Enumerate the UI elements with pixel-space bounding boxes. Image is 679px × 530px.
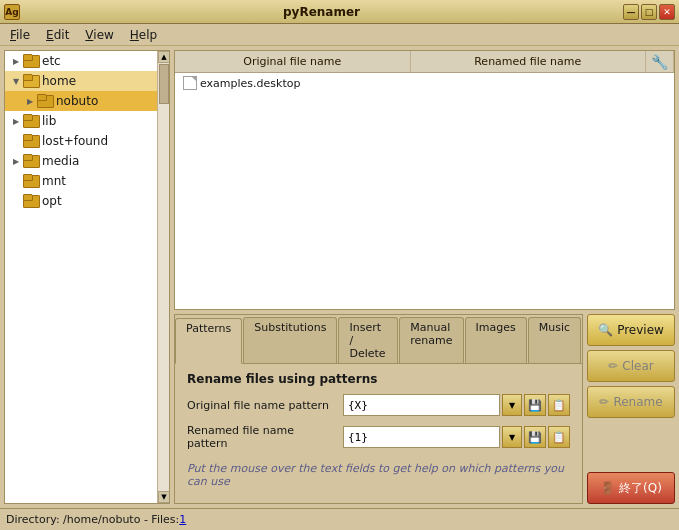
tree-label-opt: opt bbox=[42, 194, 62, 208]
rename-icon: ✏️ bbox=[599, 395, 609, 409]
statusbar-count[interactable]: 1 bbox=[179, 513, 186, 526]
rename-button[interactable]: ✏️ Rename bbox=[587, 386, 675, 418]
tab-substitutions[interactable]: Substitutions bbox=[243, 317, 337, 363]
folder-icon-media bbox=[23, 154, 39, 168]
tree-arrow-etc[interactable] bbox=[9, 54, 23, 68]
preview-icon: 🔍 bbox=[598, 323, 613, 337]
tree-scrollbar[interactable]: ▲ ▼ bbox=[157, 51, 169, 503]
col-actions: 🔧 bbox=[646, 51, 674, 72]
file-original-name: examples.desktop bbox=[179, 76, 425, 90]
tab-content-patterns: Rename files using patterns Original fil… bbox=[175, 363, 582, 503]
tree-item-lib[interactable]: lib bbox=[5, 111, 157, 131]
wrench-icon: 🔧 bbox=[651, 54, 668, 70]
folder-icon-home bbox=[23, 74, 39, 88]
folder-icon-nobuto bbox=[37, 94, 53, 108]
tree-arrow-media[interactable] bbox=[9, 154, 23, 168]
app-icon: Ag bbox=[4, 4, 20, 20]
tree-label-nobuto: nobuto bbox=[56, 94, 98, 108]
tabs-row: Patterns Substitutions Insert / Delete M… bbox=[175, 315, 582, 363]
tab-heading: Rename files using patterns bbox=[187, 372, 570, 386]
tree-label-lostfound: lost+found bbox=[42, 134, 108, 148]
quit-icon: 🚪 bbox=[600, 481, 615, 495]
tab-music[interactable]: Music bbox=[528, 317, 581, 363]
menu-edit[interactable]: Edit bbox=[40, 27, 75, 43]
tree-arrow-home[interactable] bbox=[9, 74, 23, 88]
file-list: Original file name Renamed file name 🔧 e… bbox=[174, 50, 675, 310]
clear-icon: ✏️ bbox=[608, 359, 618, 373]
hint-text: Put the mouse over the text fields to ge… bbox=[187, 462, 570, 488]
titlebar: Ag pyRenamer — □ ✕ bbox=[0, 0, 679, 24]
original-pattern-copy-btn[interactable]: 📋 bbox=[548, 394, 570, 416]
statusbar: Directory: /home/nobuto - Files: 1 bbox=[0, 508, 679, 530]
menu-view[interactable]: View bbox=[79, 27, 119, 43]
quit-label: 終了(Q) bbox=[619, 480, 662, 497]
folder-icon-etc bbox=[23, 54, 39, 68]
folder-icon-mnt bbox=[23, 174, 39, 188]
window-controls: — □ ✕ bbox=[623, 4, 675, 20]
right-panel: Original file name Renamed file name 🔧 e… bbox=[174, 50, 675, 504]
col-original: Original file name bbox=[175, 51, 411, 72]
tabs-panel: Patterns Substitutions Insert / Delete M… bbox=[174, 314, 583, 504]
clear-label: Clear bbox=[622, 359, 653, 373]
preview-button[interactable]: 🔍 Preview bbox=[587, 314, 675, 346]
original-pattern-input[interactable] bbox=[343, 394, 500, 416]
tree-label-home: home bbox=[42, 74, 76, 88]
table-row[interactable]: examples.desktop bbox=[175, 73, 674, 93]
renamed-pattern-label: Renamed file name pattern bbox=[187, 424, 337, 450]
tree-item-opt[interactable]: opt bbox=[5, 191, 157, 211]
preview-label: Preview bbox=[617, 323, 664, 337]
tree-arrow-nobuto[interactable] bbox=[23, 94, 37, 108]
scroll-thumb[interactable] bbox=[159, 64, 169, 104]
tree-label-mnt: mnt bbox=[42, 174, 66, 188]
folder-icon-lib bbox=[23, 114, 39, 128]
tab-images[interactable]: Images bbox=[465, 317, 527, 363]
file-list-body: examples.desktop bbox=[175, 73, 674, 309]
original-pattern-save-btn[interactable]: 💾 bbox=[524, 394, 546, 416]
quit-button[interactable]: 🚪 終了(Q) bbox=[587, 472, 675, 504]
menu-file[interactable]: File bbox=[4, 27, 36, 43]
tree-item-home[interactable]: home bbox=[5, 71, 157, 91]
statusbar-text: Directory: /home/nobuto - Files: bbox=[6, 513, 179, 526]
scroll-up-arrow[interactable]: ▲ bbox=[158, 51, 170, 63]
scroll-down-arrow[interactable]: ▼ bbox=[158, 491, 170, 503]
clear-button[interactable]: ✏️ Clear bbox=[587, 350, 675, 382]
tab-patterns[interactable]: Patterns bbox=[175, 318, 242, 364]
menu-help[interactable]: Help bbox=[124, 27, 163, 43]
tree-label-media: media bbox=[42, 154, 79, 168]
original-pattern-label: Original file name pattern bbox=[187, 399, 337, 412]
window-title: pyRenamer bbox=[283, 5, 360, 19]
maximize-button[interactable]: □ bbox=[641, 4, 657, 20]
col-renamed: Renamed file name bbox=[411, 51, 647, 72]
right-buttons: 🔍 Preview ✏️ Clear ✏️ Rename 🚪 終了(Q) bbox=[587, 314, 675, 504]
tree-label-lib: lib bbox=[42, 114, 56, 128]
tree-item-etc[interactable]: etc bbox=[5, 51, 157, 71]
file-list-header: Original file name Renamed file name 🔧 bbox=[175, 51, 674, 73]
original-pattern-dropdown[interactable]: ▼ bbox=[502, 394, 522, 416]
renamed-pattern-input[interactable] bbox=[343, 426, 500, 448]
original-pattern-row: Original file name pattern ▼ 💾 📋 bbox=[187, 394, 570, 416]
renamed-pattern-dropdown[interactable]: ▼ bbox=[502, 426, 522, 448]
file-tree[interactable]: etc home nobuto lib bbox=[5, 51, 157, 503]
tab-insert-delete[interactable]: Insert / Delete bbox=[338, 317, 398, 363]
bottom-section: Patterns Substitutions Insert / Delete M… bbox=[174, 314, 675, 504]
tree-label-etc: etc bbox=[42, 54, 61, 68]
main-container: etc home nobuto lib bbox=[0, 46, 679, 508]
tree-item-mnt[interactable]: mnt bbox=[5, 171, 157, 191]
tab-manual-rename[interactable]: Manual rename bbox=[399, 317, 463, 363]
tree-item-lostfound[interactable]: lost+found bbox=[5, 131, 157, 151]
file-icon bbox=[183, 76, 197, 90]
rename-label: Rename bbox=[613, 395, 662, 409]
minimize-button[interactable]: — bbox=[623, 4, 639, 20]
close-button[interactable]: ✕ bbox=[659, 4, 675, 20]
tree-item-nobuto[interactable]: nobuto bbox=[5, 91, 157, 111]
tree-arrow-lib[interactable] bbox=[9, 114, 23, 128]
tree-item-media[interactable]: media bbox=[5, 151, 157, 171]
renamed-pattern-copy-btn[interactable]: 📋 bbox=[548, 426, 570, 448]
renamed-pattern-save-btn[interactable]: 💾 bbox=[524, 426, 546, 448]
folder-icon-opt bbox=[23, 194, 39, 208]
renamed-pattern-row: Renamed file name pattern ▼ 💾 📋 bbox=[187, 424, 570, 450]
menubar: File Edit View Help bbox=[0, 24, 679, 46]
folder-icon-lostfound bbox=[23, 134, 39, 148]
file-tree-panel: etc home nobuto lib bbox=[4, 50, 170, 504]
renamed-pattern-input-group: ▼ 💾 📋 bbox=[343, 426, 570, 448]
